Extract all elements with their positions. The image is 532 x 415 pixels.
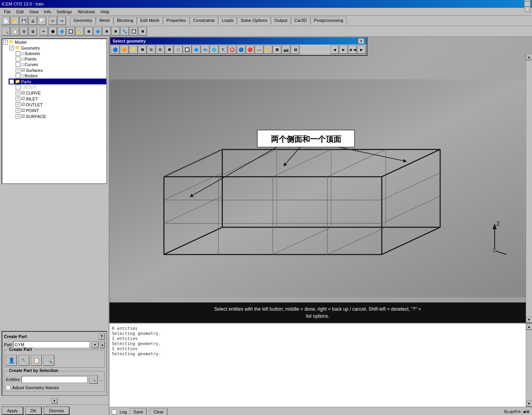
tool-r16[interactable]: ✖ bbox=[138, 27, 147, 36]
tree-subsets[interactable]: □ Subsets bbox=[15, 51, 106, 56]
tool-save[interactable]: 💾 bbox=[20, 16, 28, 25]
log-scroll-down[interactable]: ▼ bbox=[526, 401, 532, 407]
tree-body-check[interactable] bbox=[16, 85, 20, 89]
log-save-btn[interactable]: Save bbox=[130, 408, 147, 415]
part-scroll-up[interactable]: ▲ bbox=[100, 341, 105, 348]
tree-model[interactable]: ✓ 📁 Model bbox=[2, 39, 106, 45]
sg-btn-5[interactable]: ⑥ bbox=[147, 45, 156, 54]
sg-btn-extra3[interactable]: ◄◄ bbox=[348, 45, 357, 54]
tool-r13[interactable]: ✖ bbox=[111, 27, 120, 36]
tree-points-check[interactable] bbox=[16, 57, 20, 61]
tree-parts-check[interactable]: ✓ bbox=[9, 79, 14, 84]
sg-btn-13[interactable]: Y. bbox=[219, 45, 227, 54]
scroll-up[interactable]: ▲ bbox=[526, 54, 532, 60]
tab-mesh[interactable]: Mesh bbox=[96, 17, 113, 25]
tool-r8[interactable]: 🔲 bbox=[66, 27, 75, 36]
tree-points[interactable]: □ Points bbox=[15, 56, 106, 62]
sg-btn-16[interactable]: 🔴 bbox=[246, 45, 254, 54]
menu-windows[interactable]: Windows bbox=[75, 9, 97, 15]
tool-r5[interactable]: ✏ bbox=[39, 27, 48, 36]
tool-r10[interactable]: 🔳 bbox=[84, 27, 93, 36]
sg-btn-20[interactable]: 📷 bbox=[282, 45, 290, 54]
maximize-btn[interactable]: □ bbox=[524, 1, 530, 7]
tool-r7[interactable]: 🔷 bbox=[57, 27, 66, 36]
tree-outlet[interactable]: ✓ ☑ OUTLET bbox=[15, 102, 106, 107]
tool-r9[interactable]: 📐 bbox=[75, 27, 84, 36]
tool-r15[interactable]: 🔲 bbox=[129, 27, 138, 36]
sg-btn-19[interactable]: 🔳 bbox=[273, 45, 281, 54]
tree-surfaces-check[interactable]: ✓ bbox=[16, 68, 20, 73]
sg-btn-extra2[interactable]: ► bbox=[339, 45, 348, 54]
tree-bodies[interactable]: □ Bodies bbox=[15, 73, 106, 79]
sg-btn-14[interactable]: ⭕ bbox=[228, 45, 236, 54]
tab-properties[interactable]: Properties bbox=[163, 17, 190, 25]
tree-bodies-check[interactable] bbox=[16, 73, 20, 78]
sg-btn-extra4[interactable]: ► bbox=[357, 45, 366, 54]
viewport-canvas[interactable]: 两个侧面和一个顶面 Z bbox=[109, 54, 526, 323]
tool-r12[interactable]: ✖ bbox=[102, 27, 111, 36]
tree-point[interactable]: ✓ ☑ POINT bbox=[15, 107, 106, 113]
tree-surface[interactable]: ✓ ☑ SURFACE bbox=[15, 113, 106, 119]
cp-icon-1[interactable]: 👤 bbox=[6, 355, 17, 366]
tree-outlet-check[interactable]: ✓ bbox=[16, 102, 20, 107]
adjust-checkbox[interactable] bbox=[6, 385, 11, 390]
menu-view[interactable]: View bbox=[27, 9, 41, 15]
sg-btn-9[interactable]: 🔲 bbox=[183, 45, 192, 54]
tab-geometry[interactable]: Geometry bbox=[70, 17, 96, 25]
tab-blocking[interactable]: Blocking bbox=[113, 17, 137, 25]
sg-btn-15[interactable]: 🔵 bbox=[237, 45, 245, 54]
tree-geometry-check[interactable]: ✓ bbox=[9, 46, 14, 50]
entities-input[interactable] bbox=[21, 376, 88, 383]
tree-body[interactable]: □ BODY bbox=[15, 84, 106, 90]
sg-btn-1[interactable]: 🔵 bbox=[111, 45, 120, 54]
log-scroll-up[interactable]: ▲ bbox=[526, 324, 532, 330]
tool-redo[interactable]: ↪ bbox=[57, 16, 66, 25]
cp-icon-2[interactable]: 🔧 bbox=[18, 355, 29, 366]
tool-r4[interactable]: 🖥 bbox=[29, 27, 37, 36]
dismiss-button[interactable]: Dismiss bbox=[43, 406, 70, 415]
log-clear-btn[interactable]: Clear bbox=[150, 408, 167, 415]
tab-loads[interactable]: Loads bbox=[218, 17, 237, 25]
sg-btn-18[interactable]: 📐 bbox=[264, 45, 272, 54]
tree-inlet[interactable]: ✓ ☑ INLET bbox=[15, 96, 106, 102]
tab-car3d[interactable]: Car3D bbox=[291, 17, 310, 25]
sg-btn-7[interactable]: ✖ bbox=[165, 45, 174, 54]
tool-r2[interactable]: 📋 bbox=[11, 27, 19, 36]
entities-pick[interactable]: 🔍 bbox=[89, 375, 98, 384]
tree-curves[interactable]: □ Curves bbox=[15, 62, 106, 67]
tool-4[interactable]: 🖨 bbox=[29, 16, 37, 25]
sg-btn-12[interactable]: 💠 bbox=[210, 45, 219, 54]
tab-constraints[interactable]: Constraints bbox=[190, 17, 219, 25]
tree-curve[interactable]: ✓ ☑ CURVE bbox=[15, 90, 106, 96]
tree-surface-check[interactable]: ✓ bbox=[16, 114, 20, 119]
tab-editmesh[interactable]: Edit Mesh bbox=[137, 17, 163, 25]
left-scroll-down[interactable]: ▼ bbox=[51, 398, 57, 404]
ok-button[interactable]: OK bbox=[25, 406, 42, 415]
cp-icon-3[interactable]: 📋 bbox=[31, 355, 42, 366]
sg-btn-8[interactable]: □ bbox=[174, 45, 183, 54]
sg-btn-6[interactable]: ⑥ bbox=[156, 45, 165, 54]
sg-btn-11[interactable]: 🐟 bbox=[201, 45, 210, 54]
tool-r14[interactable]: 🐾 bbox=[120, 27, 129, 36]
tool-r3[interactable]: ⚙ bbox=[20, 27, 28, 36]
menu-info[interactable]: Info bbox=[41, 9, 53, 15]
tool-undo[interactable]: ↩ bbox=[48, 16, 57, 25]
sg-btn-3[interactable]: ⭐ bbox=[129, 45, 138, 54]
tree-point-check[interactable]: ✓ bbox=[16, 108, 20, 113]
scroll-down[interactable]: ▼ bbox=[526, 317, 532, 323]
log-checkbox[interactable] bbox=[112, 410, 116, 414]
sg-btn-extra1[interactable]: ◄ bbox=[330, 45, 339, 54]
tree-geometry[interactable]: ✓ 📁 Geometry bbox=[9, 45, 106, 51]
close-btn[interactable]: × bbox=[524, 7, 530, 12]
sg-btn-17[interactable]: — bbox=[255, 45, 263, 54]
apply-button[interactable]: Apply bbox=[2, 406, 23, 415]
tree-curves-check[interactable] bbox=[16, 62, 20, 67]
tab-postprocessing[interactable]: Postprocessing bbox=[310, 17, 347, 25]
viewport-scrollbar[interactable]: ▲ ▼ bbox=[526, 54, 532, 323]
tool-open[interactable]: 📂 bbox=[11, 16, 19, 25]
sg-btn-10[interactable]: 🔷 bbox=[192, 45, 201, 54]
tool-5[interactable]: 📊 bbox=[38, 16, 46, 25]
tree-surfaces[interactable]: ✓ ☑ Surfaces bbox=[15, 67, 106, 73]
tree-model-check[interactable]: ✓ bbox=[3, 40, 8, 45]
sg-btn-4[interactable]: ✖ bbox=[138, 45, 147, 54]
